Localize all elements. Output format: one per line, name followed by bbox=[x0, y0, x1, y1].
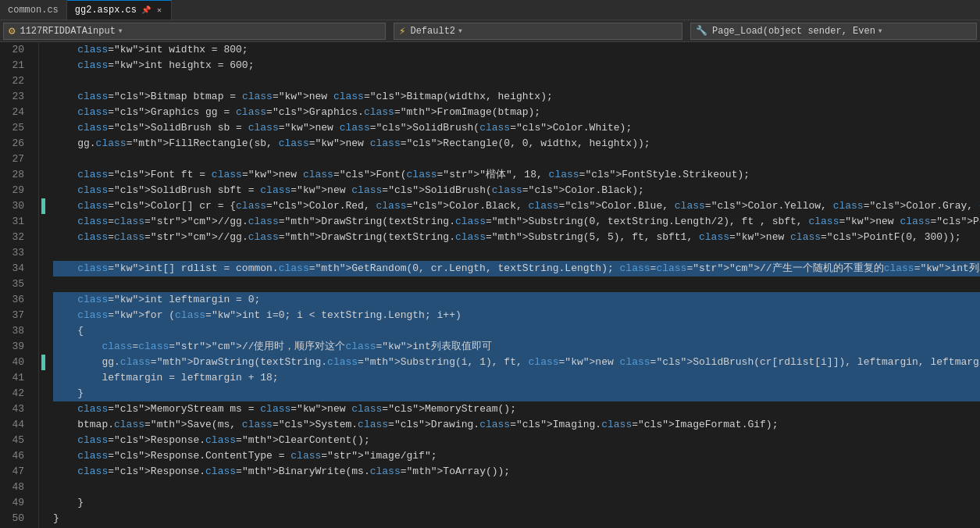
dropdown1-icon: ⚙ bbox=[9, 24, 15, 37]
code-line[interactable]: } bbox=[53, 511, 980, 526]
tab-close-button[interactable]: ✕ bbox=[155, 5, 163, 16]
code-line[interactable]: class="cls">SolidBrush sbft = class="kw"… bbox=[53, 183, 980, 198]
tab-common-cs[interactable]: common.cs bbox=[0, 0, 67, 20]
code-line[interactable]: class="cls">Bitmap btmap = class="kw">ne… bbox=[53, 89, 980, 105]
line-numbers: 2021222324252627282930313233343536373839… bbox=[0, 42, 39, 528]
code-line[interactable]: class="cls">Graphics gg = class="cls">Gr… bbox=[53, 105, 980, 120]
line-number: 32 bbox=[8, 230, 30, 245]
code-line[interactable]: class="cls">SolidBrush sb = class="kw">n… bbox=[53, 120, 980, 136]
line-number: 48 bbox=[8, 480, 30, 495]
context-dropdown-3[interactable]: 🔧 Page_Load(object sender, Even ▼ bbox=[690, 23, 977, 40]
gutter-mark bbox=[41, 355, 45, 370]
dropdown3-arrow: ▼ bbox=[878, 27, 882, 34]
line-number: 47 bbox=[8, 464, 30, 480]
line-number: 28 bbox=[8, 167, 30, 183]
line-number: 31 bbox=[8, 214, 30, 230]
gutter bbox=[39, 42, 45, 528]
line-number: 45 bbox=[8, 433, 30, 448]
code-line[interactable]: gg.class="mth">FillRectangle(sb, class="… bbox=[53, 136, 980, 152]
line-number: 44 bbox=[8, 417, 30, 433]
tab-label: gg2.aspx.cs bbox=[75, 5, 137, 16]
dropdown2-value: Default2 bbox=[410, 26, 455, 37]
line-number: 43 bbox=[8, 401, 30, 417]
line-number: 25 bbox=[8, 120, 30, 136]
dropdown1-arrow: ▼ bbox=[119, 27, 123, 34]
context-dropdown-1[interactable]: ⚙ 1127RFIDDATAinput ▼ bbox=[3, 23, 386, 40]
line-number: 22 bbox=[8, 73, 30, 89]
line-number: 37 bbox=[8, 308, 30, 323]
dropdown3-icon: 🔧 bbox=[696, 25, 707, 37]
line-number: 38 bbox=[8, 323, 30, 339]
tab-gg2-aspx-cs[interactable]: gg2.aspx.cs 📌 ✕ bbox=[67, 0, 172, 20]
code-line[interactable]: class="cls">Response.class="mth">BinaryW… bbox=[53, 464, 980, 480]
code-line[interactable]: class="cls">Font ft = class="kw">new cla… bbox=[53, 167, 980, 183]
toolbar: ⚙ 1127RFIDDATAinput ▼ ⚡ Default2 ▼ 🔧 Pag… bbox=[0, 20, 980, 42]
tab-bar: common.cs gg2.aspx.cs 📌 ✕ bbox=[0, 0, 980, 20]
code-line[interactable]: class="cls">MemoryStream ms = class="kw"… bbox=[53, 401, 980, 417]
code-line[interactable]: class="kw">int[] rdlist = common.class="… bbox=[53, 261, 980, 276]
code-line[interactable]: btmap.class="mth">Save(ms, class="cls">S… bbox=[53, 417, 980, 433]
gutter-mark bbox=[41, 198, 45, 214]
line-number: 24 bbox=[8, 105, 30, 120]
line-number: 26 bbox=[8, 136, 30, 152]
code-line[interactable]: } bbox=[53, 495, 980, 511]
code-line[interactable]: } bbox=[53, 386, 980, 401]
dropdown1-value: 1127RFIDDATAinput bbox=[20, 26, 115, 37]
code-line[interactable] bbox=[53, 276, 980, 292]
line-number: 46 bbox=[8, 448, 30, 464]
line-number: 20 bbox=[8, 42, 30, 58]
line-number: 35 bbox=[8, 276, 30, 292]
code-line[interactable] bbox=[53, 152, 980, 167]
code-line[interactable]: { bbox=[53, 323, 980, 339]
tab-pin-icon: 📌 bbox=[141, 5, 151, 15]
code-line[interactable]: class=class="str">"cm">//gg.class="mth">… bbox=[53, 214, 980, 230]
code-line[interactable]: class="kw">int leftmargin = 0; bbox=[53, 292, 980, 308]
tab-label: common.cs bbox=[8, 5, 59, 16]
code-line[interactable]: class="kw">int widthx = 800; bbox=[53, 42, 980, 58]
code-line[interactable]: class=class="str">"cm">//使用时，顺序对这个class=… bbox=[53, 339, 980, 355]
line-number: 49 bbox=[8, 495, 30, 511]
code-line[interactable]: class="kw">int heightx = 600; bbox=[53, 58, 980, 73]
line-number: 39 bbox=[8, 339, 30, 355]
line-number: 36 bbox=[8, 292, 30, 308]
line-number: 29 bbox=[8, 183, 30, 198]
dropdown3-value: Page_Load(object sender, Even bbox=[712, 26, 875, 37]
code-line[interactable] bbox=[53, 245, 980, 261]
code-line[interactable]: class=class="str">"cm">//gg.class="mth">… bbox=[53, 230, 980, 245]
line-number: 50 bbox=[8, 511, 30, 526]
editor-container: 2021222324252627282930313233343536373839… bbox=[0, 42, 980, 528]
line-number: 34 bbox=[8, 261, 30, 276]
line-number: 42 bbox=[8, 386, 30, 401]
dropdown2-icon: ⚡ bbox=[399, 24, 405, 37]
code-line[interactable] bbox=[53, 73, 980, 89]
code-line[interactable]: class="cls">Color[] cr = {class="cls">Co… bbox=[53, 198, 980, 214]
code-line[interactable] bbox=[53, 480, 980, 495]
code-line[interactable]: class="cls">Response.ContentType = class… bbox=[53, 448, 980, 464]
line-number: 27 bbox=[8, 152, 30, 167]
line-number: 30 bbox=[8, 198, 30, 214]
code-line[interactable]: gg.class="mth">DrawString(textString.cla… bbox=[53, 355, 980, 370]
context-dropdown-2[interactable]: ⚡ Default2 ▼ bbox=[394, 23, 682, 40]
code-line[interactable]: leftmargin = leftmargin + 18; bbox=[53, 370, 980, 386]
code-line[interactable]: class="kw">for (class="kw">int i=0; i < … bbox=[53, 308, 980, 323]
dropdown2-arrow: ▼ bbox=[458, 27, 462, 34]
line-number: 40 bbox=[8, 355, 30, 370]
code-line[interactable]: class="cls">Response.class="mth">ClearCo… bbox=[53, 433, 980, 448]
line-number: 33 bbox=[8, 245, 30, 261]
code-area[interactable]: class="kw">int widthx = 800; class="kw">… bbox=[45, 42, 980, 528]
line-number: 21 bbox=[8, 58, 30, 73]
line-number: 23 bbox=[8, 89, 30, 105]
line-number: 41 bbox=[8, 370, 30, 386]
